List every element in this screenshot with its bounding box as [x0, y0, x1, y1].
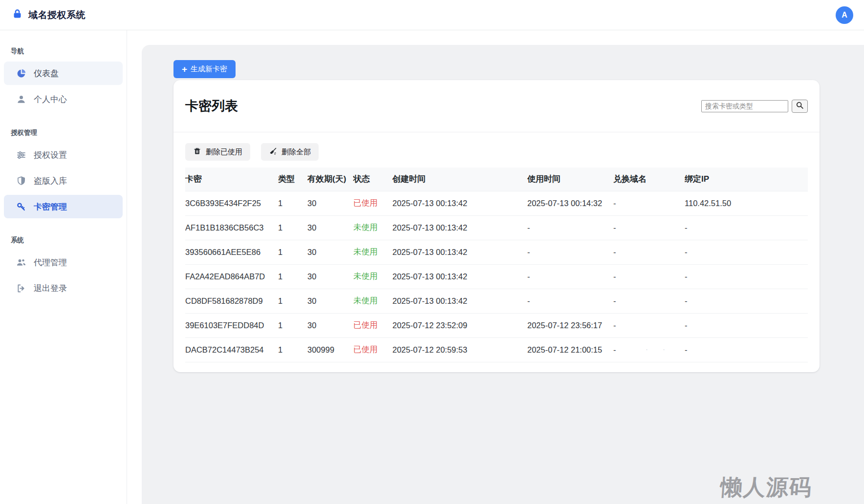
cell-ip: -	[685, 240, 808, 264]
cell-created: 2025-07-13 00:13:42	[392, 289, 527, 313]
cell-used_at: -	[527, 289, 613, 313]
broom-icon	[269, 147, 277, 157]
cell-days: 300999	[307, 337, 353, 362]
brand: 域名授权系统	[12, 8, 86, 21]
search-input[interactable]	[701, 100, 788, 112]
cell-ip: -	[685, 264, 808, 289]
col-header-status: 状态	[353, 168, 392, 191]
cell-used_at: 2025-07-12 21:00:15	[527, 337, 613, 362]
cell-used_at: -	[527, 264, 613, 289]
sidebar-item-dashboard[interactable]: 仪表盘	[4, 62, 123, 85]
cell-domain: -	[613, 264, 685, 289]
cell-created: 2025-07-12 23:52:09	[392, 313, 527, 337]
search-button[interactable]	[792, 100, 808, 113]
table-row: 393560661AEE5E86130未使用2025-07-13 00:13:4…	[185, 240, 808, 264]
cell-days: 30	[307, 240, 353, 264]
table-row: CD8DF581682878D9130未使用2025-07-13 00:13:4…	[185, 289, 808, 313]
delete-used-button[interactable]: 删除已使用	[185, 143, 250, 161]
main-area: + 生成新卡密 卡密列表	[127, 30, 864, 504]
logout-icon	[16, 283, 26, 294]
cell-ip: 110.42.51.50	[685, 191, 808, 215]
cell-type: 1	[278, 215, 307, 240]
layout: 导航 仪表盘 个人中心 授权管理 授权设置 盗版入库	[0, 30, 864, 504]
col-header-key: 卡密	[185, 168, 278, 191]
cell-days: 30	[307, 191, 353, 215]
cell-used_at: 2025-07-13 00:14:32	[527, 191, 613, 215]
key-icon	[16, 201, 26, 212]
sidebar-item-piracy[interactable]: 盗版入库	[4, 169, 123, 192]
plus-icon: +	[182, 64, 187, 74]
table-row: 3C6B393E434F2F25130已使用2025-07-13 00:13:4…	[185, 191, 808, 215]
cell-days: 30	[307, 264, 353, 289]
cell-status: 已使用	[353, 313, 392, 337]
cell-type: 1	[278, 240, 307, 264]
cell-ip: -	[685, 337, 808, 362]
card-body: 删除已使用 删除全部	[173, 132, 820, 372]
cell-created: 2025-07-13 00:13:42	[392, 264, 527, 289]
cell-days: 30	[307, 215, 353, 240]
cell-domain: -	[613, 337, 685, 362]
cell-used_at: -	[527, 240, 613, 264]
table-header-row: 卡密 类型 有效期(天) 状态 创建时间 使用时间 兑换域名 绑定IP	[185, 168, 808, 191]
generate-key-button[interactable]: + 生成新卡密	[173, 60, 236, 78]
sidebar-item-label: 个人中心	[34, 94, 67, 105]
search-icon	[795, 101, 804, 111]
sidebar: 导航 仪表盘 个人中心 授权管理 授权设置 盗版入库	[0, 30, 127, 504]
sidebar-item-keys[interactable]: 卡密管理	[4, 195, 123, 218]
cell-key: 393560661AEE5E86	[185, 240, 278, 264]
cell-domain: -	[613, 191, 685, 215]
sliders-icon	[16, 149, 26, 160]
table-row: DACB72C14473B2541300999已使用2025-07-12 20:…	[185, 337, 808, 362]
card-title: 卡密列表	[185, 97, 238, 115]
cell-status: 未使用	[353, 240, 392, 264]
sidebar-item-logout[interactable]: 退出登录	[4, 276, 123, 300]
cell-type: 1	[278, 289, 307, 313]
user-icon	[16, 94, 26, 105]
generate-key-label: 生成新卡密	[191, 64, 227, 74]
cell-status: 已使用	[353, 191, 392, 215]
cell-type: 1	[278, 264, 307, 289]
keys-table: 卡密 类型 有效期(天) 状态 创建时间 使用时间 兑换域名 绑定IP 3C6B…	[185, 168, 808, 362]
cell-ip: -	[685, 289, 808, 313]
cell-used_at: -	[527, 215, 613, 240]
pie-chart-icon	[16, 68, 26, 79]
cell-domain: -	[613, 240, 685, 264]
trash-icon	[193, 147, 201, 157]
cell-created: 2025-07-13 00:13:42	[392, 215, 527, 240]
sidebar-item-auth-settings[interactable]: 授权设置	[4, 143, 123, 167]
sidebar-item-agents[interactable]: 代理管理	[4, 251, 123, 274]
col-header-domain: 兑换域名	[613, 168, 685, 191]
sidebar-item-label: 仪表盘	[34, 68, 59, 79]
sidebar-item-label: 退出登录	[34, 283, 67, 294]
sidebar-item-profile[interactable]: 个人中心	[4, 87, 123, 111]
delete-all-button[interactable]: 删除全部	[261, 143, 319, 161]
cell-status: 未使用	[353, 289, 392, 313]
cell-status: 已使用	[353, 337, 392, 362]
sidebar-item-label: 卡密管理	[34, 201, 67, 212]
cell-days: 30	[307, 289, 353, 313]
cell-ip: -	[685, 215, 808, 240]
col-header-type: 类型	[278, 168, 307, 191]
topbar: 域名授权系统 A	[0, 0, 864, 30]
user-avatar[interactable]: A	[836, 6, 853, 24]
sidebar-item-label: 代理管理	[34, 257, 67, 268]
cell-key: AF1B1B1836CB56C3	[185, 215, 278, 240]
cell-key: 39E6103E7FEDD84D	[185, 313, 278, 337]
search-bar	[701, 100, 808, 113]
app-title: 域名授权系统	[28, 9, 86, 21]
cell-type: 1	[278, 337, 307, 362]
shield-icon	[16, 175, 26, 186]
key-list-card: 卡密列表	[173, 80, 820, 372]
cell-status: 未使用	[353, 264, 392, 289]
table-actions: 删除已使用 删除全部	[185, 143, 808, 161]
sidebar-section-nav: 导航	[0, 47, 127, 56]
sidebar-section-auth: 授权管理	[0, 128, 127, 137]
card-header: 卡密列表	[173, 80, 820, 132]
sidebar-item-label: 授权设置	[34, 149, 67, 161]
cell-key: FA2A42EAD864AB7D	[185, 264, 278, 289]
sidebar-section-system: 系统	[0, 236, 127, 245]
cell-type: 1	[278, 313, 307, 337]
cell-created: 2025-07-13 00:13:42	[392, 191, 527, 215]
table-row: FA2A42EAD864AB7D130未使用2025-07-13 00:13:4…	[185, 264, 808, 289]
col-header-validity: 有效期(天)	[307, 168, 353, 191]
